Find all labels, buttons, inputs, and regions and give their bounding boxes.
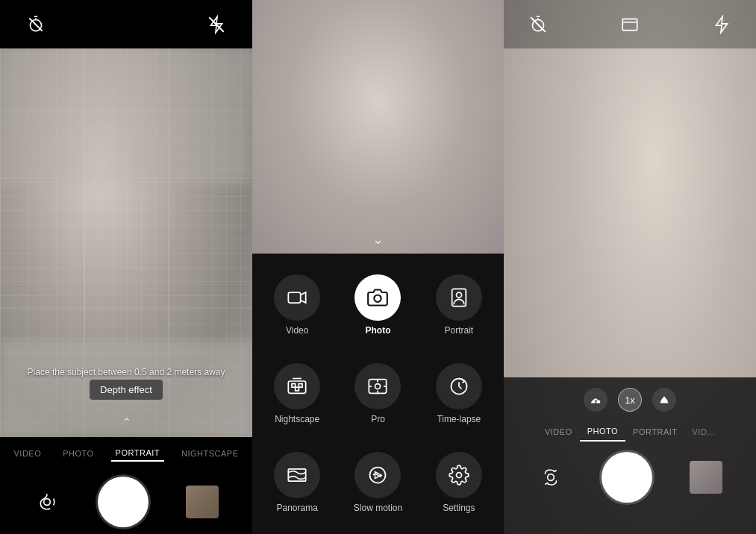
depth-effect-button[interactable]: Depth effect [90,380,163,400]
p3-tab-portrait[interactable]: PORTRAIT [625,423,684,441]
mode-item-timelapse[interactable]: Time-lapse [420,351,498,437]
p3-tab-video[interactable]: VIDEO [537,423,580,441]
panel3-controls [504,445,756,510]
thumbnail-image [186,486,219,518]
svg-rect-7 [288,292,300,303]
p3-gallery-thumbnail[interactable] [690,461,722,494]
tab-photo[interactable]: PHOTO [58,446,98,461]
svg-rect-29 [622,19,637,30]
mode-item-settings[interactable]: Settings [420,439,498,525]
p3-selfie-icon[interactable] [537,464,564,491]
timer-off-icon-p3[interactable] [525,11,552,38]
zoom-wide-button[interactable] [584,388,607,412]
panel2-viewfinder: ⌄ [252,0,504,254]
mode-label-panorama: Panorama [276,503,317,513]
hint-text: Place the subject between 0.5 and 2 mete… [28,367,225,377]
panel1-bottom-bar: VIDEO PHOTO PORTRAIT NIGHTSCAPE [0,437,252,534]
mode-grid: Video Photo Portrait [252,254,504,534]
panel-mode-select: ⌄ Video Photo [252,0,504,534]
zoom-bar: 1x [504,377,756,419]
settings-icon-circle [436,452,482,498]
svg-point-24 [456,472,461,477]
panel1-viewfinder: Place the subject between 0.5 and 2 mete… [0,48,252,437]
photo-icon-circle [354,274,401,321]
svg-marker-31 [716,16,727,33]
panel-portrait: Place the subject between 0.5 and 2 mete… [0,0,252,534]
panel3-topbar [504,0,756,48]
p3-tab-more[interactable]: VID... [685,423,723,441]
blur-top [0,48,252,184]
selfie-icon[interactable] [34,489,60,515]
mode-label-portrait: Portrait [444,325,473,336]
zoom-1x-button[interactable]: 1x [618,388,642,412]
svg-point-32 [548,474,554,481]
viewfinder-texture2 [252,0,504,254]
tab-portrait[interactable]: PORTRAIT [111,445,164,462]
panel1-topbar [0,0,252,48]
mode-item-photo[interactable]: Photo [339,263,416,348]
portrait-icon-circle [436,274,482,321]
panel3-bottom-overlay: 1x VIDEO PHOTO PORTRAIT VID... [504,377,756,534]
mode-label-video: Video [286,325,308,336]
panel1-controls [0,470,252,534]
zoom-tele-button[interactable] [652,388,676,412]
svg-point-8 [375,295,381,302]
panel1-mode-tabs: VIDEO PHOTO PORTRAIT NIGHTSCAPE [0,437,252,470]
pro-icon-circle [354,363,401,409]
aspect-ratio-icon[interactable] [616,11,643,38]
flash-off-icon[interactable] [203,11,230,38]
mode-item-slowmotion[interactable]: Slow motion [339,439,416,525]
mode-item-panorama[interactable]: Panorama [258,439,336,525]
gallery-thumbnail[interactable] [186,486,219,518]
shutter-button[interactable] [98,477,149,527]
svg-point-16 [375,383,381,389]
panel3-mode-tabs: VIDEO PHOTO PORTRAIT VID... [504,419,756,445]
mode-item-video[interactable]: Video [258,263,336,348]
panorama-icon-circle [274,452,320,498]
slowmotion-icon-circle [354,452,401,498]
timelapse-icon-circle [436,363,482,409]
timer-off-icon[interactable] [22,11,49,38]
chevron-up-icon[interactable]: ⌃ [122,415,131,430]
flash-auto-icon[interactable] [708,11,735,38]
panel-photo: 1x VIDEO PHOTO PORTRAIT VID... [504,0,756,534]
nightscape-icon-circle [274,363,320,409]
svg-rect-14 [296,387,299,391]
p3-thumbnail-image [690,461,722,494]
svg-point-6 [44,499,51,506]
tab-video[interactable]: VIDEO [9,446,46,461]
p3-tab-photo[interactable]: PHOTO [580,422,625,442]
mode-label-slowmotion: Slow motion [354,503,402,513]
mode-item-nightscape[interactable]: Nightscape [258,351,336,437]
mode-label-settings: Settings [443,503,475,513]
mode-label-timelapse: Time-lapse [437,414,481,424]
mode-label-photo: Photo [365,325,390,336]
mode-label-pro: Pro [371,414,385,424]
mode-label-nightscape: Nightscape [275,414,319,424]
chevron-down-icon[interactable]: ⌄ [372,231,384,248]
video-icon-circle [274,274,320,321]
p3-shutter-button[interactable] [602,452,652,503]
svg-point-10 [456,292,461,298]
tab-nightscape[interactable]: NIGHTSCAPE [177,446,243,461]
mode-item-portrait[interactable]: Portrait [420,263,498,348]
mode-item-pro[interactable]: Pro [339,351,416,437]
